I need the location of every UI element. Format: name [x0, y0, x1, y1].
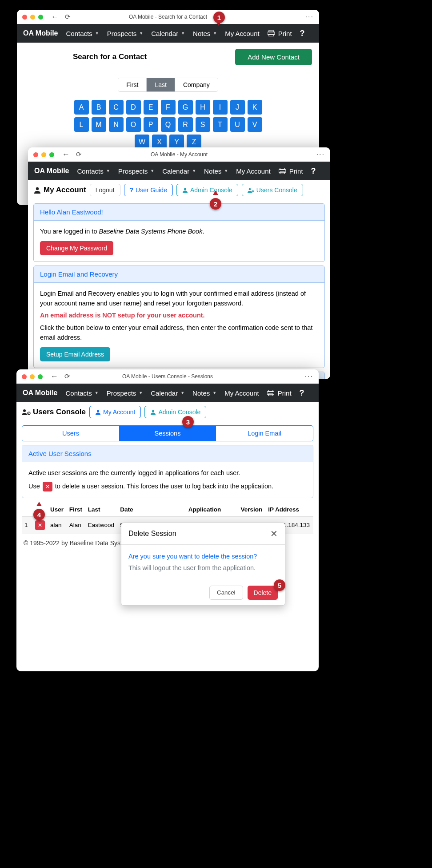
- letter-F[interactable]: F: [161, 100, 176, 115]
- nav-print[interactable]: Print: [267, 389, 292, 397]
- nav-contacts[interactable]: Contacts▼: [66, 30, 99, 37]
- back-icon[interactable]: ←: [62, 150, 70, 159]
- letter-D[interactable]: D: [126, 100, 141, 115]
- user-guide-button[interactable]: ?User Guide: [124, 184, 173, 196]
- tab-users[interactable]: Users: [22, 426, 119, 441]
- traffic-lights: [33, 152, 54, 157]
- section-title: My Account: [33, 186, 86, 194]
- close-icon[interactable]: ✕: [270, 528, 278, 539]
- nav-notes[interactable]: Notes▼: [204, 167, 228, 175]
- letter-J[interactable]: J: [230, 100, 245, 115]
- nav-help[interactable]: ?: [300, 388, 304, 398]
- brand[interactable]: OA Mobile: [34, 167, 69, 175]
- nav-notes[interactable]: Notes▼: [192, 389, 216, 397]
- nav-prospects[interactable]: Prospects▼: [107, 389, 143, 397]
- admin-icon: [150, 409, 156, 415]
- window-title: OA Mobile - Search for a Contact: [17, 14, 319, 20]
- letter-K[interactable]: K: [248, 100, 262, 115]
- letter-I[interactable]: I: [213, 100, 228, 115]
- delete-session-button[interactable]: ✕: [35, 520, 45, 530]
- nav-contacts[interactable]: Contacts▼: [66, 389, 99, 397]
- nav-print[interactable]: Print: [279, 167, 303, 175]
- setup-email-button[interactable]: Setup Email Address: [40, 347, 110, 361]
- nav-contacts[interactable]: Contacts▼: [77, 167, 110, 175]
- max-dot[interactable]: [38, 374, 43, 379]
- reload-icon[interactable]: ⟳: [64, 373, 70, 380]
- delete-button[interactable]: Delete: [248, 586, 278, 600]
- back-icon[interactable]: ←: [51, 12, 59, 21]
- reload-icon[interactable]: ⟳: [76, 151, 82, 159]
- max-dot[interactable]: [49, 152, 54, 157]
- nav-prospects[interactable]: Prospects▼: [118, 167, 155, 175]
- tabs: Users Sessions Login Email: [22, 425, 313, 441]
- col-app: Application: [186, 503, 238, 517]
- nav-calendar[interactable]: Calendar▼: [162, 167, 196, 175]
- users-console-button[interactable]: Users Console: [242, 184, 303, 196]
- svg-point-6: [36, 187, 39, 190]
- caret-icon: ▼: [224, 169, 228, 173]
- nav-help[interactable]: ?: [300, 29, 305, 38]
- letter-E[interactable]: E: [144, 100, 158, 115]
- seg-last[interactable]: Last: [147, 78, 175, 91]
- reload-icon[interactable]: ⟳: [65, 13, 71, 21]
- nav-myaccount[interactable]: My Account: [224, 389, 259, 397]
- change-password-button[interactable]: Change My Password: [40, 241, 113, 255]
- letter-H[interactable]: H: [196, 100, 210, 115]
- letter-O[interactable]: O: [126, 117, 141, 132]
- letter-V[interactable]: V: [248, 117, 262, 132]
- brand[interactable]: OA Mobile: [23, 29, 58, 37]
- brand[interactable]: OA Mobile: [23, 389, 58, 397]
- back-icon[interactable]: ←: [51, 372, 58, 381]
- nav-calendar[interactable]: Calendar▼: [151, 389, 184, 397]
- callout-5: 5: [274, 579, 285, 591]
- seg-first[interactable]: First: [118, 78, 147, 91]
- cancel-button[interactable]: Cancel: [209, 586, 243, 600]
- nav-help[interactable]: ?: [311, 166, 316, 176]
- window-title: OA Mobile - Users Console - Sessions: [16, 373, 319, 380]
- letter-C[interactable]: C: [109, 100, 124, 115]
- nav-myaccount[interactable]: My Account: [225, 30, 260, 37]
- sessions-p2: Use ✕ to delete a user session. This for…: [28, 482, 307, 491]
- letter-S[interactable]: S: [196, 117, 210, 132]
- nav-calendar[interactable]: Calendar▼: [151, 30, 185, 37]
- more-icon[interactable]: ···: [305, 13, 314, 21]
- close-dot[interactable]: [22, 15, 27, 20]
- max-dot[interactable]: [38, 15, 43, 20]
- ler-head: Login Email and Recovery: [34, 266, 324, 283]
- callout-4-arrow: [36, 502, 42, 506]
- letter-Q[interactable]: Q: [161, 117, 176, 132]
- letter-U[interactable]: U: [230, 117, 245, 132]
- more-icon[interactable]: ···: [316, 151, 325, 159]
- close-dot[interactable]: [33, 152, 38, 157]
- letter-G[interactable]: G: [178, 100, 193, 115]
- my-account-button[interactable]: My Account: [89, 406, 141, 418]
- tab-sessions[interactable]: Sessions: [119, 426, 216, 441]
- letter-T[interactable]: T: [213, 117, 228, 132]
- letter-B[interactable]: B: [92, 100, 106, 115]
- caret-icon: ▼: [95, 31, 99, 36]
- close-dot[interactable]: [22, 374, 27, 379]
- letter-P[interactable]: P: [144, 117, 158, 132]
- min-dot[interactable]: [30, 374, 35, 379]
- nav-myaccount[interactable]: My Account: [236, 167, 271, 175]
- nav-prospects[interactable]: Prospects▼: [107, 30, 144, 37]
- add-contact-button[interactable]: Add New Contact: [235, 49, 312, 65]
- nav-notes[interactable]: Notes▼: [193, 30, 217, 37]
- page-title: Search for a Contact: [24, 49, 147, 61]
- letter-N[interactable]: N: [109, 117, 124, 132]
- min-dot[interactable]: [41, 152, 46, 157]
- admin-console-button[interactable]: Admin Console: [144, 406, 206, 418]
- subheader: Users Console My Account Admin Console: [16, 402, 319, 422]
- tab-login-email[interactable]: Login Email: [216, 426, 313, 441]
- letter-M[interactable]: M: [92, 117, 106, 132]
- seg-company[interactable]: Company: [175, 78, 218, 91]
- letter-R[interactable]: R: [178, 117, 193, 132]
- more-icon[interactable]: ···: [305, 373, 313, 380]
- admin-console-button[interactable]: Admin Console: [176, 184, 238, 196]
- letter-L[interactable]: L: [74, 117, 89, 132]
- nav-print[interactable]: Print: [268, 30, 292, 37]
- logout-button[interactable]: Logout: [90, 184, 120, 196]
- min-dot[interactable]: [30, 15, 35, 20]
- letter-A[interactable]: A: [74, 100, 89, 115]
- sessions-card: Active User Sessions Active user session…: [22, 445, 313, 498]
